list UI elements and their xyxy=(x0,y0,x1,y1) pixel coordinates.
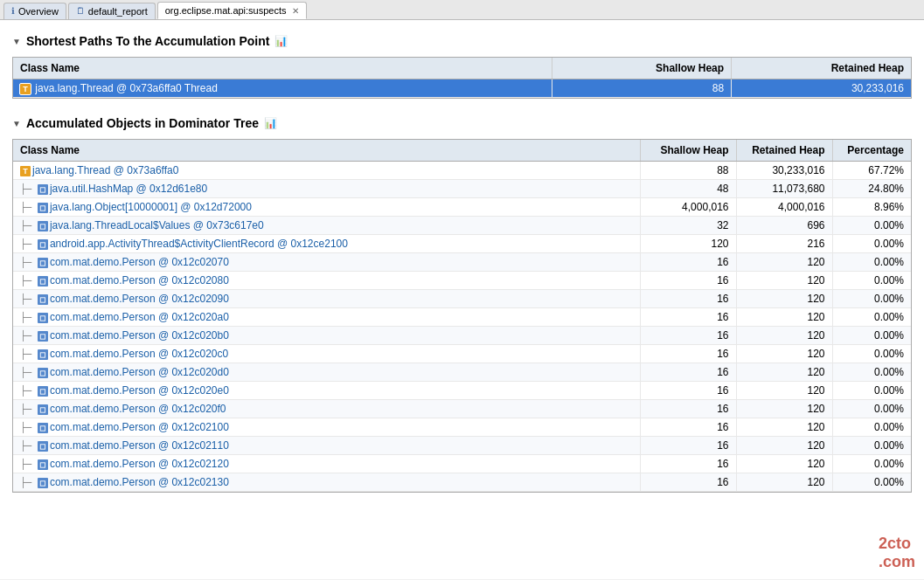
table-row[interactable]: ├─ ◻com.mat.demo.Person @ 0x12c020b01612… xyxy=(13,327,911,345)
class-link[interactable]: com.mat.demo.Person @ 0x12c02100 xyxy=(50,421,229,433)
col2-classname: Class Name xyxy=(13,140,640,162)
cell-shallow: 32 xyxy=(640,217,736,235)
table-row[interactable]: ├─ ◻com.mat.demo.Person @ 0x12c020f01612… xyxy=(13,400,911,418)
cell-retained: 30,233,016 xyxy=(732,79,911,98)
tab-close-icon[interactable]: ✕ xyxy=(292,6,299,16)
table-row[interactable]: Tjava.lang.Thread @ 0x73a6ffa08830,233,0… xyxy=(13,162,911,180)
section2-header: ▼ Accumulated Objects in Dominator Tree … xyxy=(12,116,912,130)
section2-export-icon[interactable]: 📊 xyxy=(264,117,277,129)
table-row[interactable]: ├─ ◻com.mat.demo.Person @ 0x12c020a01612… xyxy=(13,308,911,327)
tree-line: ├─ xyxy=(20,422,38,433)
cell-percentage: 0.00% xyxy=(832,437,911,455)
class-link[interactable]: com.mat.demo.Person @ 0x12c020e0 xyxy=(50,384,229,397)
table-row[interactable]: ├─ ◻com.mat.demo.Person @ 0x12c020c01612… xyxy=(13,345,911,363)
cell-classname: ├─ ◻java.lang.ThreadLocal$Values @ 0x73c… xyxy=(13,217,640,235)
class-link[interactable]: com.mat.demo.Person @ 0x12c02120 xyxy=(50,458,229,470)
cell-percentage: 67.72% xyxy=(832,162,911,180)
cell-percentage: 0.00% xyxy=(832,345,911,363)
section1-export-icon[interactable]: 📊 xyxy=(274,35,288,47)
doc-icon: ◻ xyxy=(38,184,48,195)
class-link[interactable]: com.mat.demo.Person @ 0x12c020c0 xyxy=(50,348,228,360)
section1-table: Class Name Shallow Heap Retained Heap T … xyxy=(13,58,911,98)
class-link[interactable]: com.mat.demo.Person @ 0x12c02090 xyxy=(50,293,229,305)
cell-percentage: 0.00% xyxy=(832,382,911,400)
table-row[interactable]: ├─ ◻android.app.ActivityThread$ActivityC… xyxy=(13,235,911,253)
cell-percentage: 0.00% xyxy=(832,363,911,382)
col-classname-1: Class Name xyxy=(13,58,552,79)
doc-icon: ◻ xyxy=(38,276,48,287)
class-link[interactable]: com.mat.demo.Person @ 0x12c020f0 xyxy=(50,403,226,415)
cell-shallow: 16 xyxy=(640,363,736,382)
table-row[interactable]: ├─ ◻com.mat.demo.Person @ 0x12c020701612… xyxy=(13,253,911,272)
cell-shallow: 16 xyxy=(640,382,736,400)
cell-retained: 120 xyxy=(736,400,832,418)
class-link[interactable]: com.mat.demo.Person @ 0x12c02080 xyxy=(50,274,229,287)
class-link[interactable]: com.mat.demo.Person @ 0x12c020d0 xyxy=(50,366,229,378)
cell-retained: 120 xyxy=(736,272,832,290)
section2-table-container: Class Name Shallow Heap Retained Heap Pe… xyxy=(12,139,912,493)
cell-retained: 120 xyxy=(736,253,832,272)
class-link[interactable]: java.util.HashMap @ 0x12d61e80 xyxy=(50,183,207,195)
class-link[interactable]: com.mat.demo.Person @ 0x12c02130 xyxy=(50,476,229,488)
cell-classname: ├─ ◻com.mat.demo.Person @ 0x12c020b0 xyxy=(13,327,640,345)
cell-shallow: 16 xyxy=(640,437,736,455)
class-link[interactable]: java.lang.Object[10000001] @ 0x12d72000 xyxy=(50,201,252,213)
class-link[interactable]: com.mat.demo.Person @ 0x12c020a0 xyxy=(50,311,229,323)
class-link[interactable]: com.mat.demo.Person @ 0x12c02110 xyxy=(50,439,229,452)
cell-classname: T java.lang.Thread @ 0x73a6ffa0 Thread xyxy=(13,79,552,98)
tab-default-report-label: default_report xyxy=(88,6,148,17)
table-row[interactable]: ├─ ◻com.mat.demo.Person @ 0x12c020e01612… xyxy=(13,382,911,400)
class-link[interactable]: java.lang.Thread @ 0x73a6ffa0 Thread xyxy=(35,82,218,94)
table-row[interactable]: ├─ ◻com.mat.demo.Person @ 0x12c021301612… xyxy=(13,473,911,492)
thread-icon: T xyxy=(20,166,31,176)
tree-line: ├─ xyxy=(20,183,38,195)
cell-shallow: 16 xyxy=(640,290,736,308)
table-row[interactable]: ├─ ◻com.mat.demo.Person @ 0x12c021201612… xyxy=(13,455,911,473)
tree-line: ├─ xyxy=(20,367,38,378)
tree-line: ├─ xyxy=(20,312,38,323)
cell-retained: 120 xyxy=(736,382,832,400)
class-link[interactable]: android.app.ActivityThread$ActivityClien… xyxy=(50,238,348,250)
table-row[interactable]: ├─ ◻com.mat.demo.Person @ 0x12c020d01612… xyxy=(13,363,911,382)
cell-shallow: 4,000,016 xyxy=(640,198,736,217)
col-retained-1: Retained Heap xyxy=(732,58,911,79)
doc-icon: ◻ xyxy=(38,459,48,470)
table-row[interactable]: ├─ ◻java.util.HashMap @ 0x12d61e804811,0… xyxy=(13,180,911,198)
cell-retained: 11,073,680 xyxy=(736,180,832,198)
cell-shallow: 16 xyxy=(640,345,736,363)
cell-percentage: 0.00% xyxy=(832,217,911,235)
cell-shallow: 16 xyxy=(640,308,736,327)
cell-shallow: 88 xyxy=(552,79,731,98)
cell-percentage: 0.00% xyxy=(832,272,911,290)
tab-default-report[interactable]: 🗒 default_report xyxy=(68,3,156,19)
tree-line: ├─ xyxy=(20,404,38,415)
cell-classname: ├─ ◻com.mat.demo.Person @ 0x12c02080 xyxy=(13,272,640,290)
table-row[interactable]: ├─ ◻com.mat.demo.Person @ 0x12c020801612… xyxy=(13,272,911,290)
table-row[interactable]: ├─ ◻java.lang.ThreadLocal$Values @ 0x73c… xyxy=(13,217,911,235)
class-link[interactable]: com.mat.demo.Person @ 0x12c020b0 xyxy=(50,329,229,342)
tab-bar: ℹ Overview 🗒 default_report org.eclipse.… xyxy=(0,0,924,20)
table-row[interactable]: ├─ ◻com.mat.demo.Person @ 0x12c020901612… xyxy=(13,290,911,308)
doc-icon: ◻ xyxy=(38,331,48,342)
cell-retained: 120 xyxy=(736,345,832,363)
table-row[interactable]: ├─ ◻com.mat.demo.Person @ 0x12c021001612… xyxy=(13,418,911,437)
section1-toggle[interactable]: ▼ xyxy=(12,37,21,46)
table-row[interactable]: ├─ ◻java.lang.Object[10000001] @ 0x12d72… xyxy=(13,198,911,217)
class-link[interactable]: java.lang.Thread @ 0x73a6ffa0 xyxy=(32,164,178,176)
tree-line: ├─ xyxy=(20,257,38,268)
class-link[interactable]: java.lang.ThreadLocal$Values @ 0x73c617e… xyxy=(50,219,264,231)
doc-icon: ◻ xyxy=(38,404,48,415)
tab-suspects[interactable]: org.eclipse.mat.api:suspects ✕ xyxy=(157,2,307,19)
section2-toggle[interactable]: ▼ xyxy=(12,119,21,128)
section1-title: Shortest Paths To the Accumulation Point xyxy=(26,34,269,48)
cell-classname: ├─ ◻com.mat.demo.Person @ 0x12c020a0 xyxy=(13,308,640,327)
cell-classname: ├─ ◻com.mat.demo.Person @ 0x12c02120 xyxy=(13,455,640,473)
doc-icon: ◻ xyxy=(38,203,48,213)
table-row[interactable]: ├─ ◻com.mat.demo.Person @ 0x12c021101612… xyxy=(13,437,911,455)
cell-retained: 120 xyxy=(736,455,832,473)
main-content: ▼ Shortest Paths To the Accumulation Poi… xyxy=(0,20,924,579)
class-link[interactable]: com.mat.demo.Person @ 0x12c02070 xyxy=(50,256,229,268)
cell-retained: 120 xyxy=(736,327,832,345)
tab-overview[interactable]: ℹ Overview xyxy=(3,3,66,19)
table-row[interactable]: T java.lang.Thread @ 0x73a6ffa0 Thread 8… xyxy=(13,79,911,98)
